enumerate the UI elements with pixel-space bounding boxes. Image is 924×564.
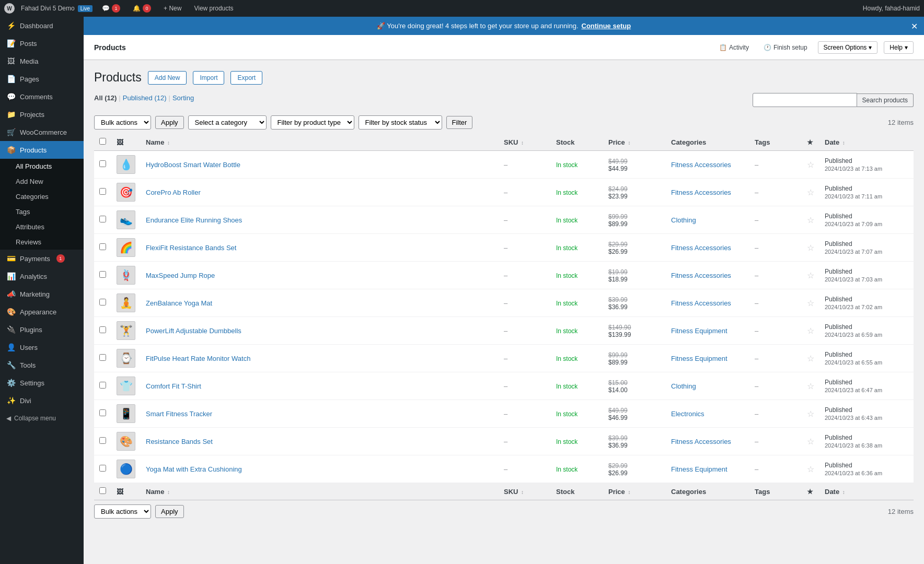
admin-bar-new[interactable]: + New xyxy=(160,5,184,12)
category-link-7[interactable]: Fitness Equipment xyxy=(671,355,727,362)
apply-button-bottom[interactable]: Apply xyxy=(155,505,184,518)
row-checkbox-3[interactable] xyxy=(99,243,106,250)
stock-status-select[interactable]: Filter by stock status xyxy=(359,115,442,130)
row-checkbox-10[interactable] xyxy=(99,437,106,444)
activity-button[interactable]: 📋 Activity xyxy=(715,42,753,53)
date-column-header[interactable]: Date ↕ xyxy=(819,134,914,151)
category-link-11[interactable]: Fitness Equipment xyxy=(671,465,727,473)
product-name-link-8[interactable]: Comfort Fit T-Shirt xyxy=(146,382,201,390)
import-button[interactable]: Import xyxy=(193,71,224,85)
price-footer-header[interactable]: Price ↕ xyxy=(603,483,666,500)
name-footer-header[interactable]: Name ↕ xyxy=(141,483,499,500)
row-checkbox-7[interactable] xyxy=(99,354,106,361)
product-name-link-11[interactable]: Yoga Mat with Extra Cushioning xyxy=(146,465,242,473)
sidebar-sub-attributes[interactable]: Attributes xyxy=(0,219,84,234)
banner-close-button[interactable]: ✕ xyxy=(911,21,918,31)
sidebar-item-dashboard[interactable]: ⚡ Dashboard xyxy=(0,17,84,34)
sku-column-header[interactable]: SKU ↕ xyxy=(499,134,551,151)
featured-star-1[interactable]: ☆ xyxy=(807,188,814,197)
search-products-button[interactable]: Search products xyxy=(857,93,914,107)
product-name-link-6[interactable]: PowerLift Adjustable Dumbbells xyxy=(146,327,241,335)
filter-button[interactable]: Filter xyxy=(446,116,473,129)
sidebar-item-projects[interactable]: 📁 Projects xyxy=(0,105,84,123)
filter-tab-published[interactable]: Published (12) xyxy=(123,94,167,102)
featured-star-6[interactable]: ☆ xyxy=(807,326,814,335)
select-all-footer-checkbox[interactable] xyxy=(99,487,106,494)
row-checkbox-0[interactable] xyxy=(99,160,106,167)
category-select[interactable]: Select a category xyxy=(188,115,267,130)
featured-star-5[interactable]: ☆ xyxy=(807,299,814,308)
product-name-link-0[interactable]: HydroBoost Smart Water Bottle xyxy=(146,161,240,169)
featured-star-11[interactable]: ☆ xyxy=(807,465,814,474)
featured-star-8[interactable]: ☆ xyxy=(807,382,814,391)
select-all-checkbox[interactable] xyxy=(99,138,106,145)
date-footer-header[interactable]: Date ↕ xyxy=(819,483,914,500)
category-link-4[interactable]: Fitness Accessories xyxy=(671,272,731,279)
sidebar-item-posts[interactable]: 📝 Posts xyxy=(0,34,84,52)
category-link-10[interactable]: Fitness Accessories xyxy=(671,438,731,445)
sidebar-item-products[interactable]: 📦 Products xyxy=(0,141,84,159)
row-checkbox-4[interactable] xyxy=(99,271,106,278)
screen-options-button[interactable]: Screen Options ▾ xyxy=(818,41,878,54)
collapse-menu-button[interactable]: ◀ Collapse menu xyxy=(0,409,84,427)
category-link-8[interactable]: Clothing xyxy=(671,382,696,390)
admin-bar-view-products[interactable]: View products xyxy=(191,5,236,12)
product-name-link-5[interactable]: ZenBalance Yoga Mat xyxy=(146,299,212,307)
category-link-2[interactable]: Clothing xyxy=(671,216,696,224)
sidebar-sub-reviews[interactable]: Reviews xyxy=(0,234,84,250)
featured-star-7[interactable]: ☆ xyxy=(807,354,814,363)
search-input[interactable] xyxy=(753,93,857,107)
bulk-actions-select[interactable]: Bulk actions xyxy=(94,115,151,130)
featured-star-3[interactable]: ☆ xyxy=(807,243,814,252)
category-link-0[interactable]: Fitness Accessories xyxy=(671,161,731,169)
site-name[interactable]: Fahad Divi 5 Demo Live xyxy=(21,5,93,12)
featured-star-0[interactable]: ☆ xyxy=(807,160,814,169)
add-new-button[interactable]: Add New xyxy=(148,71,187,85)
sidebar-item-divi[interactable]: ✨ Divi xyxy=(0,392,84,409)
name-column-header[interactable]: Name ↕ xyxy=(141,134,499,151)
row-checkbox-1[interactable] xyxy=(99,188,106,195)
sidebar-item-settings[interactable]: ⚙️ Settings xyxy=(0,374,84,392)
sidebar-item-woocommerce[interactable]: 🛒 WooCommerce xyxy=(0,123,84,141)
category-link-1[interactable]: Fitness Accessories xyxy=(671,189,731,196)
finish-setup-button[interactable]: 🕐 Finish setup xyxy=(759,42,812,53)
product-name-link-2[interactable]: Endurance Elite Running Shoes xyxy=(146,216,242,224)
featured-star-4[interactable]: ☆ xyxy=(807,271,814,280)
row-checkbox-5[interactable] xyxy=(99,299,106,306)
sidebar-item-payments[interactable]: 💳 Payments 1 xyxy=(0,250,84,267)
row-checkbox-9[interactable] xyxy=(99,409,106,416)
sidebar-item-marketing[interactable]: 📣 Marketing xyxy=(0,285,84,303)
apply-button-top[interactable]: Apply xyxy=(155,116,184,129)
product-name-link-3[interactable]: FlexiFit Resistance Bands Set xyxy=(146,244,236,252)
category-link-6[interactable]: Fitness Equipment xyxy=(671,327,727,335)
sku-footer-header[interactable]: SKU ↕ xyxy=(499,483,551,500)
sidebar-item-tools[interactable]: 🔧 Tools xyxy=(0,356,84,374)
featured-star-2[interactable]: ☆ xyxy=(807,216,814,225)
sidebar-item-users[interactable]: 👤 Users xyxy=(0,338,84,356)
sidebar-sub-tags[interactable]: Tags xyxy=(0,204,84,219)
featured-star-10[interactable]: ☆ xyxy=(807,437,814,446)
product-name-link-4[interactable]: MaxSpeed Jump Rope xyxy=(146,272,215,279)
row-checkbox-6[interactable] xyxy=(99,326,106,333)
category-link-3[interactable]: Fitness Accessories xyxy=(671,244,731,252)
sidebar-item-comments[interactable]: 💬 Comments xyxy=(0,88,84,105)
row-checkbox-2[interactable] xyxy=(99,216,106,222)
row-checkbox-8[interactable] xyxy=(99,382,106,389)
category-link-5[interactable]: Fitness Accessories xyxy=(671,299,731,307)
product-name-link-9[interactable]: Smart Fitness Tracker xyxy=(146,410,212,418)
filter-tab-all[interactable]: All (12) xyxy=(94,94,117,102)
help-button[interactable]: Help ▾ xyxy=(884,41,914,54)
product-type-select[interactable]: Filter by product type xyxy=(271,115,354,130)
sidebar-sub-add-new[interactable]: Add New xyxy=(0,174,84,189)
row-checkbox-11[interactable] xyxy=(99,465,106,472)
bulk-actions-select-bottom[interactable]: Bulk actions xyxy=(94,504,151,519)
sidebar-item-media[interactable]: 🖼 Media xyxy=(0,52,84,70)
category-link-9[interactable]: Electronics xyxy=(671,410,704,418)
sidebar-sub-all-products[interactable]: All Products xyxy=(0,159,84,174)
sidebar-item-appearance[interactable]: 🎨 Appearance xyxy=(0,303,84,321)
price-column-header[interactable]: Price ↕ xyxy=(603,134,666,151)
sidebar-item-analytics[interactable]: 📊 Analytics xyxy=(0,267,84,285)
sidebar-item-pages[interactable]: 📄 Pages xyxy=(0,70,84,88)
filter-tab-sorting[interactable]: Sorting xyxy=(172,94,194,102)
product-name-link-7[interactable]: FitPulse Heart Rate Monitor Watch xyxy=(146,355,250,362)
